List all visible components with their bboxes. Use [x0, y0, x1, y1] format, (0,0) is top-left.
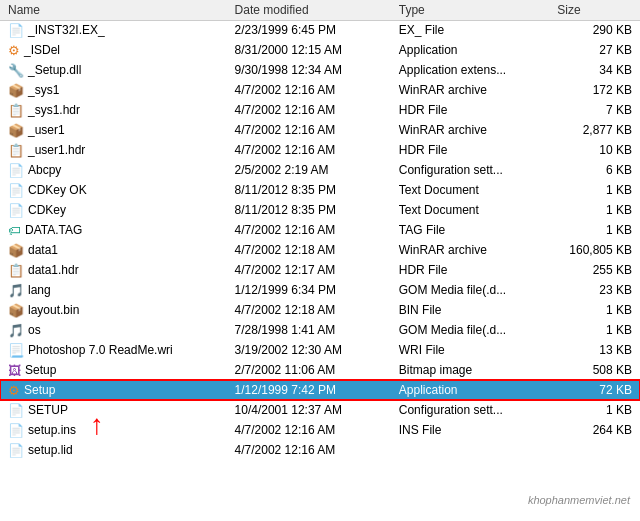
column-header-size[interactable]: Size — [549, 0, 640, 20]
table-row[interactable]: 📄 CDKey OK 8/11/2012 8:35 PM Text Docume… — [0, 180, 640, 200]
file-name: data1.hdr — [28, 263, 79, 277]
table-row[interactable]: 📄 Abcpy 2/5/2002 2:19 AM Configuration s… — [0, 160, 640, 180]
file-size-cell: 6 KB — [549, 160, 640, 180]
file-icon: 📄 — [8, 403, 24, 418]
file-name-cell[interactable]: 📋 _user1.hdr — [0, 140, 227, 160]
file-name: _Setup.dll — [28, 63, 81, 77]
file-name: data1 — [28, 243, 58, 257]
file-icon: 🎵 — [8, 283, 24, 298]
file-date-cell: 4/7/2002 12:16 AM — [227, 120, 391, 140]
file-icon: 🔧 — [8, 63, 24, 78]
file-icon: 📄 — [8, 163, 24, 178]
column-header-name[interactable]: Name — [0, 0, 227, 20]
table-row[interactable]: 🎵 lang 1/12/1999 6:34 PM GOM Media file(… — [0, 280, 640, 300]
table-row[interactable]: 📦 _sys1 4/7/2002 12:16 AM WinRAR archive… — [0, 80, 640, 100]
file-name-cell[interactable]: ⚙ _ISDel — [0, 40, 227, 60]
table-row[interactable]: 🏷 DATA.TAG 4/7/2002 12:16 AM TAG File 1 … — [0, 220, 640, 240]
file-name: CDKey OK — [28, 183, 87, 197]
file-name-cell[interactable]: 📋 _sys1.hdr — [0, 100, 227, 120]
file-name-cell[interactable]: 📦 _sys1 — [0, 80, 227, 100]
file-name-cell[interactable]: ⚙ Setup — [0, 380, 227, 400]
table-row[interactable]: 📄 _INST32I.EX_ 2/23/1999 6:45 PM EX_ Fil… — [0, 20, 640, 40]
file-icon: 📦 — [8, 303, 24, 318]
file-icon: ⚙ — [8, 383, 20, 398]
file-name-cell[interactable]: 📄 setup.ins — [0, 420, 227, 440]
file-date-cell: 2/23/1999 6:45 PM — [227, 20, 391, 40]
file-name-cell[interactable]: 📄 CDKey — [0, 200, 227, 220]
file-name-cell[interactable]: 📄 CDKey OK — [0, 180, 227, 200]
file-name-cell[interactable]: 🎵 os — [0, 320, 227, 340]
file-name-cell[interactable]: 📄 SETUP — [0, 400, 227, 420]
file-name-cell[interactable]: 📄 _INST32I.EX_ — [0, 20, 227, 40]
file-name-cell[interactable]: 📄 setup.lid — [0, 440, 227, 460]
file-size-cell: 34 KB — [549, 60, 640, 80]
file-name: SETUP — [28, 403, 68, 417]
file-icon: 📦 — [8, 123, 24, 138]
file-name-cell[interactable]: 📦 _user1 — [0, 120, 227, 140]
table-row[interactable]: 📦 _user1 4/7/2002 12:16 AM WinRAR archiv… — [0, 120, 640, 140]
file-list-table: Name Date modified Type Size 📄 _INST32I.… — [0, 0, 640, 460]
file-date-cell: 1/12/1999 6:34 PM — [227, 280, 391, 300]
file-type-cell: EX_ File — [391, 20, 550, 40]
file-icon: 📃 — [8, 343, 24, 358]
file-size-cell: 290 KB — [549, 20, 640, 40]
file-type-cell: GOM Media file(.d... — [391, 280, 550, 300]
table-row[interactable]: 📦 data1 4/7/2002 12:18 AM WinRAR archive… — [0, 240, 640, 260]
file-name: layout.bin — [28, 303, 79, 317]
table-row[interactable]: 📋 _user1.hdr 4/7/2002 12:16 AM HDR File … — [0, 140, 640, 160]
file-name-cell[interactable]: 🖼 Setup — [0, 360, 227, 380]
file-type-cell: TAG File — [391, 220, 550, 240]
file-size-cell: 1 KB — [549, 320, 640, 340]
file-size-cell: 264 KB — [549, 420, 640, 440]
file-size-cell: 1 KB — [549, 180, 640, 200]
file-date-cell: 4/7/2002 12:18 AM — [227, 240, 391, 260]
file-name: _sys1.hdr — [28, 103, 80, 117]
table-row[interactable]: 📦 layout.bin 4/7/2002 12:18 AM BIN File … — [0, 300, 640, 320]
table-row[interactable]: 📄 SETUP 10/4/2001 12:37 AM Configuration… — [0, 400, 640, 420]
file-name-cell[interactable]: 📄 Abcpy — [0, 160, 227, 180]
file-size-cell: 508 KB — [549, 360, 640, 380]
table-row[interactable]: ⚙ Setup 1/12/1999 7:42 PM Application 72… — [0, 380, 640, 400]
file-name-cell[interactable]: 📦 data1 — [0, 240, 227, 260]
table-row[interactable]: 📄 CDKey 8/11/2012 8:35 PM Text Document … — [0, 200, 640, 220]
table-row[interactable]: 📃 Photoshop 7.0 ReadMe.wri 3/19/2002 12:… — [0, 340, 640, 360]
table-row[interactable]: 🖼 Setup 2/7/2002 11:06 AM Bitmap image 5… — [0, 360, 640, 380]
table-row[interactable]: 📄 setup.lid 4/7/2002 12:16 AM — [0, 440, 640, 460]
file-name-cell[interactable]: 📃 Photoshop 7.0 ReadMe.wri — [0, 340, 227, 360]
file-name-cell[interactable]: 📦 layout.bin — [0, 300, 227, 320]
file-name-cell[interactable]: 🏷 DATA.TAG — [0, 220, 227, 240]
table-row[interactable]: ⚙ _ISDel 8/31/2000 12:15 AM Application … — [0, 40, 640, 60]
file-name-cell[interactable]: 📋 data1.hdr — [0, 260, 227, 280]
file-type-cell: Configuration sett... — [391, 160, 550, 180]
file-date-cell: 8/11/2012 8:35 PM — [227, 180, 391, 200]
file-icon: 📋 — [8, 103, 24, 118]
table-row[interactable]: 📋 _sys1.hdr 4/7/2002 12:16 AM HDR File 7… — [0, 100, 640, 120]
file-date-cell: 4/7/2002 12:16 AM — [227, 440, 391, 460]
file-name-cell[interactable]: 🔧 _Setup.dll — [0, 60, 227, 80]
file-date-cell: 4/7/2002 12:16 AM — [227, 420, 391, 440]
file-size-cell: 10 KB — [549, 140, 640, 160]
file-icon: 📋 — [8, 263, 24, 278]
file-icon: 🖼 — [8, 363, 21, 378]
file-name: _sys1 — [28, 83, 59, 97]
file-name: lang — [28, 283, 51, 297]
file-size-cell: 255 KB — [549, 260, 640, 280]
file-size-cell: 2,877 KB — [549, 120, 640, 140]
file-explorer-window: Name Date modified Type Size 📄 _INST32I.… — [0, 0, 640, 521]
file-name: _ISDel — [24, 43, 60, 57]
file-type-cell: Application — [391, 40, 550, 60]
column-header-type[interactable]: Type — [391, 0, 550, 20]
file-name-cell[interactable]: 🎵 lang — [0, 280, 227, 300]
file-name: _user1 — [28, 123, 65, 137]
table-row[interactable]: 🔧 _Setup.dll 9/30/1998 12:34 AM Applicat… — [0, 60, 640, 80]
file-type-cell: Application — [391, 380, 550, 400]
file-icon: 🎵 — [8, 323, 24, 338]
file-name: Abcpy — [28, 163, 61, 177]
table-row[interactable]: 🎵 os 7/28/1998 1:41 AM GOM Media file(.d… — [0, 320, 640, 340]
file-name: CDKey — [28, 203, 66, 217]
file-icon: 📄 — [8, 23, 24, 38]
table-row[interactable]: 📄 setup.ins 4/7/2002 12:16 AM INS File 2… — [0, 420, 640, 440]
file-date-cell: 2/5/2002 2:19 AM — [227, 160, 391, 180]
column-header-date[interactable]: Date modified — [227, 0, 391, 20]
table-row[interactable]: 📋 data1.hdr 4/7/2002 12:17 AM HDR File 2… — [0, 260, 640, 280]
